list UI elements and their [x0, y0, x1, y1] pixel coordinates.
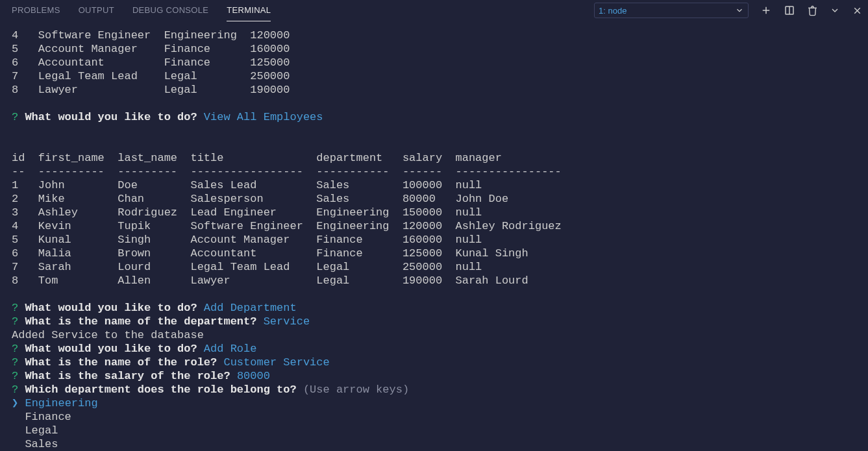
terminal-selector[interactable]: 1: node [594, 3, 749, 18]
tab-problems[interactable]: PROBLEMS [12, 0, 60, 21]
new-terminal-icon[interactable] [760, 5, 772, 16]
panel-actions: 1: node [594, 3, 863, 18]
close-panel-icon[interactable] [852, 5, 863, 16]
panel-top-bar: PROBLEMS OUTPUT DEBUG CONSOLE TERMINAL 1… [0, 0, 868, 21]
kill-terminal-icon[interactable] [807, 5, 818, 16]
chevron-down-icon [735, 6, 744, 15]
maximize-panel-icon[interactable] [830, 5, 840, 16]
tab-debug-console[interactable]: DEBUG CONSOLE [132, 0, 208, 21]
panel-tabs: PROBLEMS OUTPUT DEBUG CONSOLE TERMINAL [12, 0, 271, 21]
tab-terminal[interactable]: TERMINAL [227, 0, 271, 21]
terminal-output[interactable]: 4 Software Engineer Engineering 120000 5… [0, 21, 868, 451]
terminal-selector-label: 1: node [599, 4, 626, 18]
tab-output[interactable]: OUTPUT [79, 0, 114, 21]
split-terminal-icon[interactable] [784, 5, 795, 16]
